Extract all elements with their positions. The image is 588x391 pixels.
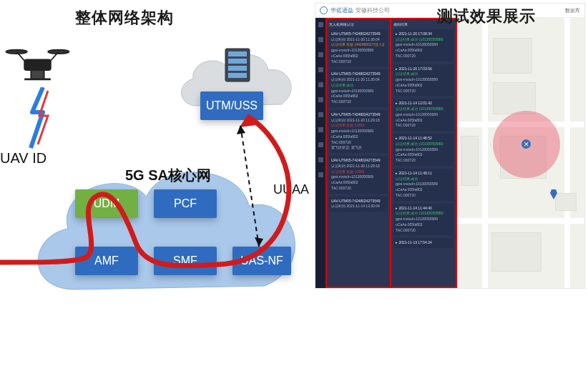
nf-udm: UDM (75, 189, 138, 218)
uuaa-label: UUAA (273, 182, 309, 197)
logo-icon (320, 6, 328, 14)
sidebar-item[interactable] (318, 142, 323, 147)
event-time: ▸ 2021-11-14 11:48:11 (396, 171, 451, 176)
uav-id: UAV-UTM05-742480242T3549 (331, 31, 386, 36)
architecture-diagram: 整体网络架构 UAV ID UTM/US (0, 0, 311, 391)
sidebar-item[interactable] (318, 172, 323, 177)
auth-time: 认证时间 2021-11-20 11:30:04 (331, 77, 386, 82)
auth-result: 认证结果 失败 (-250) (331, 169, 386, 174)
rule-result-column: 规则结果 ▸ 2021-11-20 17:08:34认证结果 成功 (10130… (391, 18, 457, 288)
auth-result: 认证结果 成功 (396, 71, 451, 76)
sidebar-item[interactable] (318, 157, 323, 162)
auth-result: 认证结果 成功 (396, 177, 451, 182)
ucaa: uCaAa:005fa802 (396, 118, 451, 123)
auth-log-card[interactable]: UAV-UTM05-742480242T3549认证时间 2021-11-20 … (329, 156, 388, 194)
rule-result-card[interactable]: ▸ 2021-11-14 11:44:40认证结果 成功 (1013005058… (393, 204, 454, 236)
ucaa: uCaAa:005fa802 (396, 187, 451, 192)
demo-title: 测试效果展示 (437, 6, 536, 27)
sidebar-item[interactable] (318, 37, 323, 42)
uav-id: UAV-UTM05-742480242T3549 (331, 199, 386, 204)
event-time: ▸ 2021-11-14 11:44:40 (396, 206, 451, 211)
sidebar-item[interactable] (318, 82, 323, 87)
svg-rect-9 (228, 59, 247, 64)
tac: TAC:000720 (331, 59, 386, 64)
auth-result: 认证结果 成功 (10130050589) (396, 211, 451, 216)
uav-id: UAV-UTM05-742480242T3549 (331, 112, 386, 117)
event-time: ▸ 2021-11-14 12:01:42 (396, 101, 451, 106)
auth-time: 认证时间 2021-11-20 11:29:18 (331, 164, 386, 169)
sidebar-item[interactable] (318, 52, 323, 57)
tac: TAC:000720 (396, 89, 451, 94)
auth-result: 认证结果 失败 (-250) (331, 123, 386, 128)
gpsi: gpsi-msisdn-10130050589 (396, 112, 451, 117)
sidebar-item[interactable] (318, 22, 323, 27)
gpsi: gpsi-msisdn-10130050589 (396, 147, 451, 152)
rule-result-card[interactable]: ▸ 2021-11-14 11:48:11认证结果 成功gpsi-msisdn-… (393, 169, 454, 201)
tac: TAC:000720 (331, 186, 386, 191)
rule-result-card[interactable]: ▸ 2021-11-20 17:08:34认证结果 成功 (1013005058… (393, 29, 454, 61)
auth-log-card[interactable]: UAV-UTM05-742480242T3549认证时间 2021-11-20 … (329, 69, 388, 107)
ucaa: uCaAa:005fa802 (396, 152, 451, 157)
rule-result-card[interactable]: ▸ 2021-11-14 11:48:52认证结果 成功 (1013005058… (393, 134, 454, 166)
utm-cloud: UTM/USS (175, 34, 300, 134)
brand-name: 华偌通益 (330, 6, 353, 14)
auth-result: 认证结果 失败 (441990017(登入)) (331, 42, 386, 47)
gpsi: gpsi-msisdn-10130050589 (396, 42, 451, 47)
sidebar (315, 18, 325, 288)
nf-smf: SMF (154, 247, 217, 275)
auth-time: 认证时间 2021-11-20 11:30:04 (331, 37, 386, 42)
auth-log-card[interactable]: UAV-UTM05-742480242T3549认证时间 2021-11-20 … (329, 29, 388, 67)
event-time: ▸ 2021-11-20 17:03:56 (396, 66, 451, 71)
tac: TAC:000720 (396, 158, 451, 163)
ucaa: uCaAa:005fa802 (331, 94, 386, 99)
sidebar-item[interactable] (318, 127, 323, 132)
auth-result: 认证结果 成功 (10130050589) (396, 37, 451, 42)
svg-rect-8 (228, 51, 247, 56)
topbar-menu[interactable]: 数据库 (565, 7, 580, 14)
rule-result-card[interactable]: ▸ 2021-11-13 17:54:24 (393, 238, 454, 248)
event-time: ▸ 2021-11-20 17:08:34 (396, 31, 451, 36)
gpsi: gpsi-msisdn-10130050589 (331, 89, 386, 94)
demo-app: 华偌通益 安徽科技公司 数据库 无人机网络认证 UAV-UTM05-742480… (315, 3, 585, 289)
nf-amf: AMF (75, 247, 138, 275)
drone-icon (4, 46, 72, 86)
auth-log-column: 无人机网络认证 UAV-UTM05-742480242T3549认证时间 202… (325, 18, 391, 288)
auth-time: 认证时间 2021-11-14 12:30:04 (331, 204, 386, 209)
sidebar-item[interactable] (318, 67, 323, 72)
auth-time: 认证时间 2021-11-20 11:29:18 (331, 118, 386, 123)
event-time: ▸ 2021-11-13 17:54:24 (396, 240, 451, 245)
sidebar-item[interactable] (318, 112, 323, 117)
auth-result: 认证结果 成功 (331, 83, 386, 88)
auth-result: 认证结果 成功 (10130050589) (396, 107, 451, 112)
lightning-icon (25, 87, 54, 152)
map-view[interactable]: ✕ (457, 18, 584, 288)
tac: TAC:000720 (396, 228, 451, 233)
nf-pcf: PCF (154, 189, 217, 218)
ucaa: uCaAa:005fa802 (396, 83, 451, 88)
core-network-cloud: 5G SA核心网 UDM PCF AMF SMF UAS-NF (36, 150, 300, 307)
gpsi: gpsi-msisdn-10130050589 (396, 217, 451, 222)
map-pin-alert[interactable]: ✕ (521, 139, 531, 149)
auth-result: 认证结果 成功 (10130050589) (396, 142, 451, 147)
gpsi: gpsi-msisdn-10130050589 (331, 129, 386, 134)
auth-log-card[interactable]: UAV-UTM05-742480242T3549认证时间 2021-11-20 … (329, 110, 388, 153)
uav-id: UAV-UTM05-742480242T3549 (331, 158, 386, 163)
company-name: 安徽科技公司 (356, 6, 390, 14)
ucaa: uCaAa:005fa802 (396, 48, 451, 53)
svg-rect-10 (228, 66, 247, 71)
breadcrumb: 无人机网络认证 (329, 22, 388, 27)
sidebar-item[interactable] (318, 97, 323, 102)
rule-result-card[interactable]: ▸ 2021-11-20 17:03:56认证结果 成功gpsi-msisdn-… (393, 64, 454, 96)
svg-rect-5 (31, 70, 44, 79)
svg-rect-4 (24, 59, 51, 70)
utm-uss-box: UTM/USS (200, 91, 263, 120)
ucaa: uCaAa:005fa802 (331, 54, 386, 59)
auth-log-card[interactable]: UAV-UTM05-742480242T3549认证时间 2021-11-14 … (329, 197, 388, 212)
gpsi: gpsi-msisdn-10130050589 (396, 182, 451, 187)
event-time: ▸ 2021-11-14 11:48:52 (396, 136, 451, 141)
tac: TAC:000720 (396, 123, 451, 128)
rule-result-card[interactable]: ▸ 2021-11-14 12:01:42认证结果 成功 (1013005058… (393, 99, 454, 131)
tac: TAC:000720 (396, 193, 451, 198)
uav-id: UAV-UTM05-742480242T3549 (331, 71, 386, 76)
ucaa: uCaAa:005fa802 (331, 134, 386, 139)
